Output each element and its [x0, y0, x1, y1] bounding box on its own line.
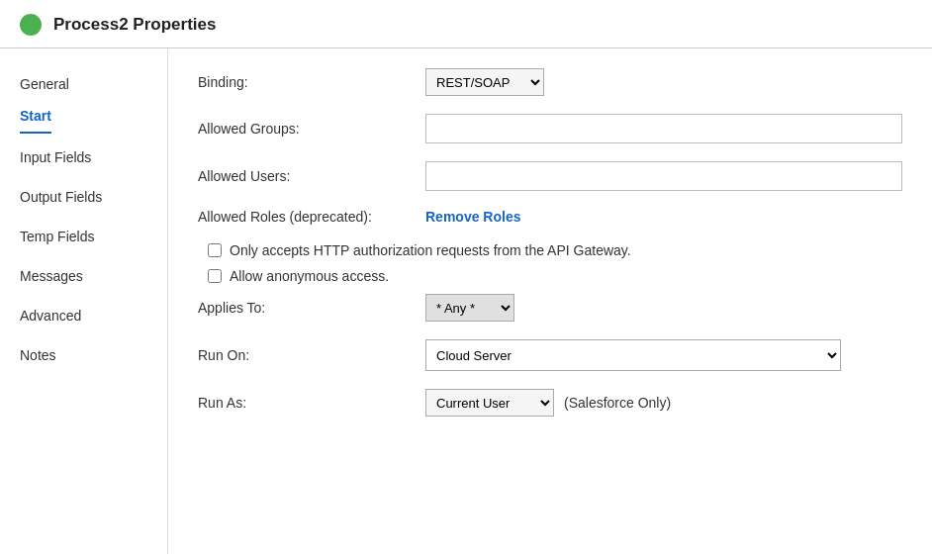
allowed-users-row: Allowed Users: — [198, 161, 902, 191]
allowed-users-label: Allowed Users: — [198, 168, 425, 184]
remove-roles-link[interactable]: Remove Roles — [425, 209, 520, 225]
run-on-control: Cloud Server Client Browser Both — [425, 339, 902, 371]
run-on-row: Run On: Cloud Server Client Browser Both — [198, 339, 902, 371]
sidebar-item-temp-fields[interactable]: Temp Fields — [20, 221, 147, 252]
sidebar-item-output-fields[interactable]: Output Fields — [20, 181, 147, 213]
sidebar-item-notes[interactable]: Notes — [20, 339, 147, 371]
binding-row: Binding: REST/SOAP REST SOAP — [198, 68, 902, 96]
run-on-select[interactable]: Cloud Server Client Browser Both — [425, 339, 841, 371]
applies-to-select[interactable]: * Any * Lightning Classic — [425, 294, 514, 322]
run-on-label: Run On: — [198, 347, 425, 363]
binding-label: Binding: — [198, 74, 425, 90]
binding-select[interactable]: REST/SOAP REST SOAP — [425, 68, 544, 96]
allowed-groups-label: Allowed Groups: — [198, 121, 425, 137]
page-title: Process2 Properties — [53, 15, 216, 35]
applies-to-row: Applies To: * Any * Lightning Classic — [198, 294, 902, 322]
run-as-select[interactable]: Current User System User — [425, 389, 554, 417]
sidebar: General Start Input Fields Output Fields… — [0, 48, 168, 554]
main-content: General Start Input Fields Output Fields… — [0, 48, 932, 554]
binding-control: REST/SOAP REST SOAP — [425, 68, 902, 96]
applies-to-label: Applies To: — [198, 300, 425, 316]
anon-access-checkbox[interactable] — [208, 269, 222, 283]
sidebar-item-start[interactable]: Start — [20, 100, 51, 134]
api-gateway-checkbox-row: Only accepts HTTP authorization requests… — [198, 242, 902, 258]
allowed-groups-control — [425, 114, 902, 143]
status-dot — [20, 14, 42, 36]
allowed-groups-row: Allowed Groups: — [198, 114, 902, 143]
title-bar: Process2 Properties — [0, 0, 932, 48]
sidebar-item-advanced[interactable]: Advanced — [20, 300, 147, 331]
sidebar-item-general[interactable]: General — [20, 68, 147, 100]
anon-access-label: Allow anonymous access. — [230, 268, 389, 284]
api-gateway-label: Only accepts HTTP authorization requests… — [230, 242, 631, 258]
run-as-row: Run As: Current User System User (Salesf… — [198, 389, 902, 417]
sidebar-item-messages[interactable]: Messages — [20, 260, 147, 292]
run-as-label: Run As: — [198, 395, 425, 411]
allowed-roles-row: Allowed Roles (deprecated): Remove Roles — [198, 209, 902, 225]
allowed-roles-control: Remove Roles — [425, 209, 902, 225]
allowed-users-control — [425, 161, 902, 191]
allowed-roles-label: Allowed Roles (deprecated): — [198, 209, 425, 225]
sidebar-item-input-fields[interactable]: Input Fields — [20, 141, 147, 173]
allowed-groups-input[interactable] — [425, 114, 902, 143]
run-as-control: Current User System User (Salesforce Onl… — [425, 389, 902, 417]
api-gateway-checkbox[interactable] — [208, 243, 222, 257]
allowed-users-input[interactable] — [425, 161, 902, 191]
salesforce-note: (Salesforce Only) — [564, 395, 671, 411]
run-as-inner: Current User System User (Salesforce Onl… — [425, 389, 902, 417]
form-area: Binding: REST/SOAP REST SOAP Allowed Gro… — [168, 48, 932, 554]
anon-access-checkbox-row: Allow anonymous access. — [198, 268, 902, 284]
applies-to-control: * Any * Lightning Classic — [425, 294, 902, 322]
